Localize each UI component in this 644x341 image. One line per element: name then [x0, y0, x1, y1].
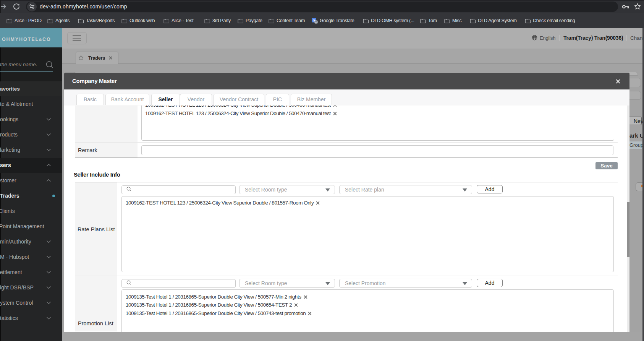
svg-text:文: 文 — [315, 21, 317, 23]
